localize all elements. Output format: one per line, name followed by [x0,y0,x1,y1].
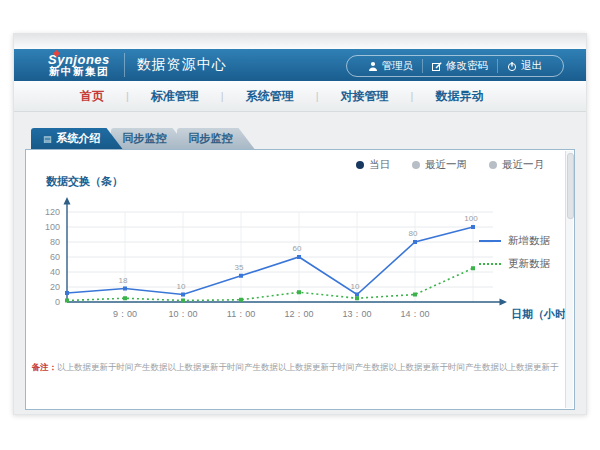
header-bar: Synjones 新中新集团 数据资源中心 管理员 修改密码 [14,49,586,81]
user-menu-logout-label: 退出 [521,59,542,73]
nav-item-home[interactable]: 首页 [76,88,108,105]
nav-item-standard-mgmt[interactable]: 标准管理 [147,88,203,105]
user-menu-admin-label: 管理员 [382,59,414,73]
svg-text:9：00: 9：00 [113,309,137,319]
svg-text:20: 20 [50,282,60,292]
footer-note: 备注：以上数据更新于时间产生数据以上数据更新于时间产生数据以上数据更新于时间产生… [26,362,564,374]
radio-today-label: 当日 [369,158,390,172]
app-window: Synjones 新中新集团 数据资源中心 管理员 修改密码 [13,33,587,415]
tab-sync-monitor-2-label: 同步监控 [189,132,233,144]
svg-text:13：00: 13：00 [342,309,371,319]
svg-text:11：00: 11：00 [227,309,255,319]
user-menu-admin[interactable]: 管理员 [359,59,423,73]
svg-text:10: 10 [351,282,360,291]
radio-last-month[interactable]: 最近一月 [489,158,544,172]
footer-note-prefix: 备注： [32,362,58,372]
svg-text:10：00: 10：00 [168,309,197,319]
user-icon [368,61,378,72]
logo: Synjones 新中新集团 [48,53,110,78]
tab-sync-monitor-1-label: 同步监控 [123,132,167,144]
legend-item-update-data: 更新数据 [479,257,550,271]
nav-item-data-change[interactable]: 数据异动 [431,88,487,105]
radio-dot-icon [412,161,420,169]
window-top-strip [14,34,586,49]
vertical-scrollbar[interactable] [565,151,573,408]
svg-text:120: 120 [45,207,60,217]
svg-text:60: 60 [293,244,302,253]
radio-today[interactable]: 当日 [356,158,390,172]
logout-icon [507,61,517,72]
tab-sync-monitor-2[interactable]: 同步监控 [177,128,255,149]
chart-legend: 新增数据 更新数据 [479,234,550,271]
content-panel: 当日 最近一周 最近一月 数据交换（条） 0204060801001201810… [25,149,575,410]
svg-text:60: 60 [50,252,60,262]
svg-text:0: 0 [55,297,60,307]
radio-last-month-label: 最近一月 [502,158,544,172]
nav-item-system-mgmt[interactable]: 系统管理 [242,88,298,105]
svg-text:80: 80 [409,229,418,238]
svg-text:40: 40 [50,267,60,277]
svg-text:100: 100 [45,222,60,232]
svg-text:18: 18 [119,276,128,285]
tab-system-intro[interactable]: ▤系统介绍 [31,128,123,149]
svg-text:80: 80 [50,237,60,247]
svg-text:100: 100 [464,214,478,223]
nav-separator: | [221,90,224,102]
chart-y-axis-title: 数据交换（条） [46,174,123,189]
logo-company: 新中新集团 [48,66,110,77]
edit-icon [432,61,442,72]
scrollbar-thumb[interactable] [567,153,574,219]
svg-text:日期（小时）: 日期（小时） [511,308,566,321]
user-menu-logout[interactable]: 退出 [497,59,551,73]
svg-text:12：00: 12：00 [284,309,313,319]
radio-dot-icon [356,161,364,169]
nav-separator: | [316,90,319,102]
legend-item-new-data: 新增数据 [479,234,550,248]
user-menu-change-password[interactable]: 修改密码 [422,59,497,73]
solid-line-icon [479,240,501,242]
radio-dot-icon [489,161,497,169]
main-nav: 首页 | 标准管理 | 系统管理 | 对接管理 | 数据异动 [14,81,586,112]
dotted-line-icon [479,263,501,265]
document-icon: ▤ [43,134,52,144]
radio-last-week[interactable]: 最近一周 [412,158,467,172]
user-menu: 管理员 修改密码 退出 [346,55,565,77]
radio-last-week-label: 最近一周 [425,158,467,172]
nav-separator: | [411,90,414,102]
legend-update-data-label: 更新数据 [508,257,550,271]
page-title: 数据资源中心 [137,56,227,74]
tab-bar: ▤系统介绍 同步监控 同步监控 [31,128,243,149]
tab-system-intro-label: 系统介绍 [57,132,101,144]
nav-item-connect-mgmt[interactable]: 对接管理 [337,88,393,105]
range-filter: 当日 最近一周 最近一月 [356,158,544,172]
user-menu-change-password-label: 修改密码 [446,59,488,73]
header-divider [124,53,125,77]
svg-text:35: 35 [235,263,244,272]
svg-text:10: 10 [177,282,186,291]
footer-note-text: 以上数据更新于时间产生数据以上数据更新于时间产生数据以上数据更新于时间产生数据以… [57,362,559,372]
legend-new-data-label: 新增数据 [508,234,550,248]
svg-text:14：00: 14：00 [400,309,429,319]
nav-separator: | [126,90,129,102]
